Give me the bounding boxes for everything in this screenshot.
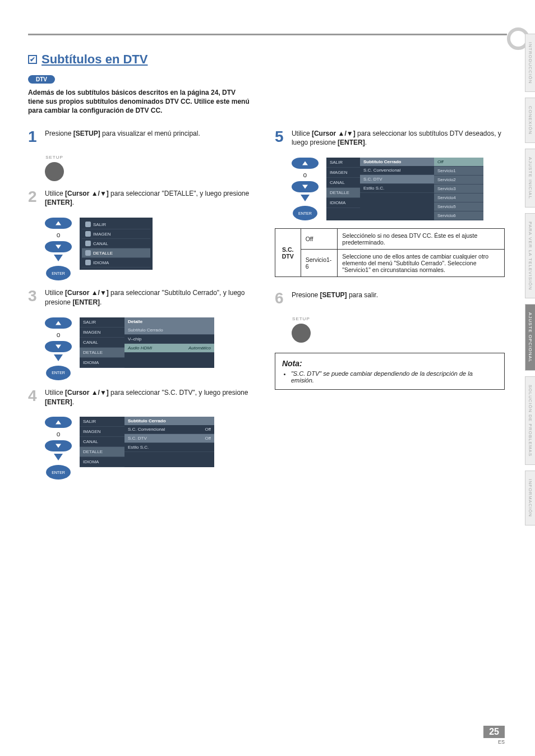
step-number-2: 2	[28, 189, 40, 208]
note-box: Nota: "S.C. DTV" se puede cambiar depend…	[275, 353, 505, 390]
dpad-or: o	[57, 430, 61, 438]
dpad-down-icon	[45, 241, 72, 252]
row-label: S.C. Convencional	[363, 168, 400, 173]
menu-label: CANAL	[83, 439, 98, 444]
note-title: Nota:	[282, 359, 497, 368]
dpad-illustration: o ENTER	[45, 417, 72, 480]
menu-item: DETALLE	[80, 447, 124, 457]
imagen-icon	[85, 231, 91, 237]
setup-button-illustration: SETUP	[292, 316, 311, 343]
step-5-text: Utilice [Cursor ▲/▼] para seleccionar lo…	[292, 129, 505, 148]
menu-label: CANAL	[330, 180, 345, 185]
dpad-down-icon	[45, 341, 72, 352]
menu-label: SALIR	[83, 419, 96, 424]
enter-button-icon: ENTER	[293, 206, 317, 220]
panel-row: S.C. DTV	[360, 175, 434, 184]
row-label: S.C. DTV	[363, 177, 382, 182]
dpad-up-icon	[45, 317, 72, 329]
step-2-mid: para seleccionar "DETALLE", y luego pres…	[109, 190, 249, 197]
option-label: Servicio4	[437, 195, 456, 200]
panel-row: Audio HDMIAutomático	[124, 344, 214, 353]
menu-panel-step5: SALIR IMAGEN CANAL DETALLE IDIOMA Subtít…	[326, 158, 483, 220]
setup-button-icon	[45, 162, 64, 181]
setup-button-illustration: SETUP	[45, 155, 64, 181]
step-6-pre: Presione	[292, 291, 320, 299]
spec-key: Off	[301, 229, 338, 250]
option-row: Servicio3	[434, 185, 483, 193]
menu-item: IDIOMA	[80, 358, 124, 368]
dpad-up-icon	[45, 218, 72, 229]
menu-item-salir: SALIR	[82, 220, 150, 229]
step-4-pre: Utilice	[45, 389, 65, 397]
step-5-post: .	[365, 139, 367, 146]
option-row: Servicio1	[434, 167, 483, 176]
salir-icon	[85, 222, 91, 227]
panel-header: Detalle	[124, 317, 214, 326]
menu-panel-step2: SALIR IMAGEN CANAL DETALLE IDIOMA	[80, 218, 153, 270]
spec-key: Servicio1-6	[301, 250, 338, 277]
dpad-or: o	[303, 171, 307, 179]
header-rule	[28, 34, 507, 35]
menu-item: CANAL	[80, 338, 124, 348]
spec-val: Selecciónelo si no desea DTV CC. Éste es…	[338, 229, 505, 250]
step-number-1: 1	[28, 129, 40, 145]
panel-row: Estilo S.C.	[360, 184, 434, 193]
page-lang: ES	[483, 739, 505, 745]
menu-label: IMAGEN	[93, 232, 111, 237]
menu-item: IMAGEN	[80, 328, 124, 338]
menu-panel-step4: SALIR IMAGEN CANAL DETALLE IDIOMA Subtít…	[80, 417, 214, 467]
side-tab: INTRODUCCIÓN	[525, 34, 535, 92]
menu-item: SALIR	[80, 417, 124, 427]
dpad-down-icon	[292, 181, 319, 192]
dpad-up-icon	[45, 417, 72, 428]
setup-label: SETUP	[292, 316, 311, 321]
step-4-mid: para seleccionar "S.C. DTV", y luego pre…	[109, 389, 248, 397]
dpad-down-icon	[45, 440, 72, 451]
step-6-text: Presione [SETUP] para salir.	[292, 291, 505, 306]
step-2-pre: Utilice	[45, 190, 65, 197]
menu-label: DETALLE	[93, 251, 113, 256]
enter-button-icon: ENTER	[46, 465, 71, 480]
menu-label: DETALLE	[330, 190, 349, 195]
menu-item-imagen: IMAGEN	[82, 229, 150, 239]
setup-button-icon	[292, 324, 311, 343]
step-4-bold2: [ENTER]	[45, 398, 72, 406]
menu-label: CANAL	[83, 340, 98, 345]
option-row: Servicio2	[434, 176, 483, 185]
arrow-down-icon	[301, 195, 310, 201]
menu-label: IMAGEN	[330, 170, 348, 175]
step-3-bold: [Cursor ▲/▼]	[65, 289, 109, 297]
step-3-text: Utilice [Cursor ▲/▼] para seleccionar "S…	[45, 288, 258, 307]
step-number-4: 4	[28, 388, 40, 407]
step-3-bold2: [ENTER]	[72, 298, 100, 306]
dpad-or: o	[57, 231, 61, 239]
step-3-post: .	[100, 298, 102, 306]
panel-header: Subtítulo Cerrado	[124, 417, 214, 425]
panel-row: V–chip	[124, 335, 214, 344]
step-4-post: .	[72, 398, 74, 406]
menu-item: CANAL	[326, 178, 360, 188]
page-number: 25 ES	[483, 726, 505, 745]
dpad-or: o	[57, 331, 61, 339]
menu-item-idioma: IDIOMA	[82, 258, 150, 268]
step-1-text: Presione [SETUP] para visualizar el menú…	[45, 129, 258, 145]
step-number-3: 3	[28, 288, 40, 307]
option-label: Servicio3	[437, 186, 456, 191]
row-label: S.C. DTV	[128, 436, 147, 441]
menu-label: IMAGEN	[83, 429, 101, 434]
menu-item: DETALLE	[326, 188, 360, 198]
step-2-bold2: [ENTER]	[45, 199, 72, 206]
side-tab: PARA VER LA TELEVISIÓN	[525, 213, 535, 298]
menu-item: IDIOMA	[80, 457, 124, 467]
side-tabs: INTRODUCCIÓN CONEXIÓN AJUSTE INICIAL PAR…	[525, 34, 535, 525]
dpad-illustration: o ENTER	[45, 218, 72, 280]
panel-row: Subtítulo Cerrado	[124, 326, 214, 335]
dpad-up-icon	[292, 158, 319, 169]
row-value: Automático	[188, 345, 211, 351]
step-4-bold: [Cursor ▲/▼]	[65, 389, 109, 397]
side-tab-active: AJUSTE OPCIONAL	[525, 304, 535, 371]
panel-row: S.C. ConvencionalOff	[124, 425, 214, 434]
detalle-icon	[85, 250, 91, 256]
option-label: Servicio2	[437, 177, 456, 182]
menu-label: IDIOMA	[93, 260, 109, 265]
